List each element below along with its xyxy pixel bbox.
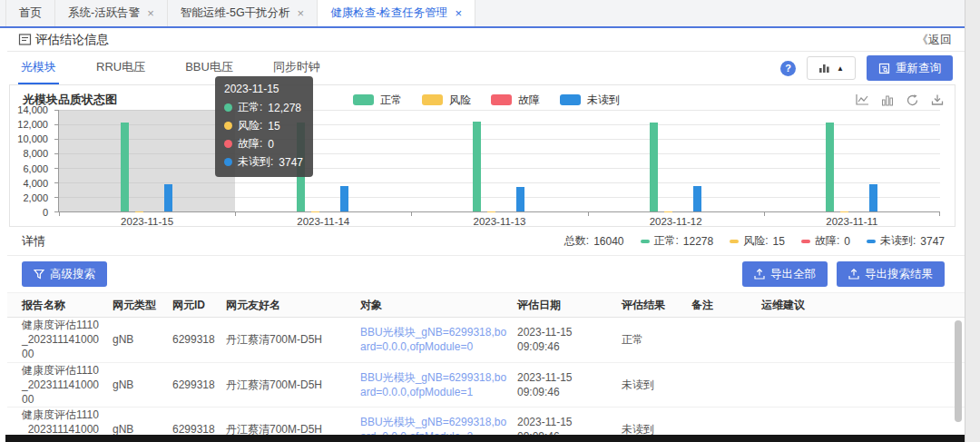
tab-home[interactable]: 首页 bbox=[5, 0, 55, 26]
bar-未读到[interactable] bbox=[340, 186, 348, 211]
stat-value: 0 bbox=[844, 235, 850, 248]
legend-item-normal[interactable]: 正常 bbox=[353, 93, 402, 108]
tooltip-value: 3747 bbox=[279, 156, 303, 169]
subtab-rru-voltage[interactable]: RRU电压 bbox=[93, 52, 148, 84]
y-tick-label: 6,000 bbox=[23, 163, 48, 174]
x-tick bbox=[59, 212, 60, 216]
tab-active-alarms[interactable]: 系统-活跃告警 × bbox=[55, 0, 168, 26]
chart-group: 2023-11-15 bbox=[59, 110, 235, 211]
cell-result: 正常 bbox=[622, 332, 691, 347]
requery-button[interactable]: 重新查询 bbox=[867, 55, 953, 81]
table-actions: 高级搜索 导出全部 导出搜索结果 bbox=[7, 256, 965, 292]
y-tick-label: 4,000 bbox=[23, 178, 48, 189]
cell-ne_id: 6299318 bbox=[172, 332, 226, 347]
bar-未读到[interactable] bbox=[164, 184, 172, 211]
subtab-label: RRU电压 bbox=[96, 59, 145, 75]
cell-ne_type: gNB bbox=[113, 332, 172, 347]
tooltip-item-fault: 故障:0 bbox=[224, 136, 303, 152]
x-tick bbox=[588, 212, 589, 216]
col-ne_id: 网元ID bbox=[172, 298, 226, 313]
page-header: 评估结论信息 《返回 bbox=[7, 28, 965, 52]
chart-tooltip: 2023-11-15 正常:12,278 风险:15 故障:0 未读到:3747 bbox=[215, 76, 313, 177]
bar-未读到[interactable] bbox=[693, 186, 701, 211]
tab-label: 系统-活跃告警 bbox=[68, 5, 140, 21]
tooltip-label: 故障: bbox=[238, 136, 262, 152]
bar-未读到[interactable] bbox=[869, 184, 877, 211]
cell-object[interactable]: BBU光模块_gNB=6299318,board=0.0.0,ofpModule… bbox=[360, 415, 517, 435]
bar-正常[interactable] bbox=[473, 122, 481, 211]
back-button[interactable]: 《返回 bbox=[916, 32, 952, 48]
export-all-button[interactable]: 导出全部 bbox=[742, 261, 828, 287]
stat-fault: 故障:0 bbox=[801, 233, 850, 249]
bar-未读到[interactable] bbox=[516, 187, 524, 211]
chart-group: 2023-11-12 bbox=[588, 110, 764, 211]
tab-label: 健康检查-检查任务管理 bbox=[330, 5, 447, 21]
stat-swatch bbox=[801, 240, 810, 243]
y-tick bbox=[54, 110, 58, 111]
export-results-button[interactable]: 导出搜索结果 bbox=[837, 261, 945, 287]
line-chart-icon[interactable] bbox=[856, 93, 869, 106]
cell-object[interactable]: BBU光模块_gNB=6299318,board=0.0.0,ofpModule… bbox=[360, 325, 517, 354]
col-ne_name: 网元友好名 bbox=[226, 298, 360, 313]
back-label: 返回 bbox=[928, 33, 952, 46]
subtab-optical-module[interactable]: 光模块 bbox=[18, 52, 59, 84]
bar-chart-icon[interactable] bbox=[881, 93, 894, 106]
stat-swatch bbox=[730, 240, 739, 243]
results-table: 报告名称网元类型网元ID网元友好名对象评估日期评估结果备注运维建议 健康度评估1… bbox=[7, 292, 965, 435]
summary-stats: 总数:16040 正常:12278 风险:15 故障:0 未读到:3747 bbox=[564, 233, 945, 249]
y-tick bbox=[54, 211, 58, 212]
requery-icon bbox=[878, 63, 890, 74]
legend-item-risk[interactable]: 风险 bbox=[422, 93, 471, 108]
tab-label: 智能运维-5G干扰分析 bbox=[181, 5, 290, 21]
cell-object[interactable]: BBU光模块_gNB=6299318,board=0.0.0,ofpModule… bbox=[360, 370, 517, 399]
legend-label: 故障 bbox=[518, 93, 540, 108]
legend-label: 风险 bbox=[449, 93, 471, 108]
tab-health-check-tasks[interactable]: 健康检查-检查任务管理 × bbox=[318, 0, 475, 26]
chart-collapse-toggle[interactable]: ▲ bbox=[807, 56, 856, 80]
tooltip-date: 2023-11-15 bbox=[224, 83, 303, 95]
stat-value: 12278 bbox=[683, 235, 713, 248]
y-tick bbox=[54, 168, 58, 169]
details-title: 详情 bbox=[22, 233, 45, 250]
table-row: 健康度评估1110_20231114100000gNB6299318丹江蔡清70… bbox=[7, 363, 965, 408]
module-tabs: 光模块 RRU电压 BBU电压 同步时钟 ? ▲ 重新查询 bbox=[7, 52, 965, 84]
y-tick bbox=[54, 124, 58, 125]
page-title: 评估结论信息 bbox=[35, 32, 109, 48]
bar-正常[interactable] bbox=[121, 123, 129, 211]
legend-swatch bbox=[491, 94, 512, 105]
x-tick bbox=[939, 212, 940, 216]
bar-正常[interactable] bbox=[650, 123, 658, 211]
export-icon bbox=[754, 269, 765, 280]
advanced-search-button[interactable]: 高级搜索 bbox=[22, 261, 107, 287]
x-tick-label: 2023-11-11 bbox=[764, 216, 940, 227]
tooltip-item-risk: 风险:15 bbox=[224, 118, 303, 133]
subtab-label: 光模块 bbox=[21, 59, 56, 75]
export-icon bbox=[848, 269, 859, 280]
export-all-label: 导出全部 bbox=[770, 267, 816, 282]
y-tick-label: 12,000 bbox=[17, 119, 48, 130]
stat-value: 16040 bbox=[593, 235, 623, 248]
cell-ne_type: gNB bbox=[113, 378, 172, 392]
close-icon[interactable]: × bbox=[147, 7, 154, 19]
table-scrollbar[interactable] bbox=[955, 320, 962, 422]
bar-正常[interactable] bbox=[826, 123, 834, 211]
col-report: 报告名称 bbox=[22, 298, 113, 313]
stat-label: 故障: bbox=[815, 233, 839, 249]
stat-label: 未读到: bbox=[880, 233, 916, 249]
chart-y-axis: 14,00012,00010,0008,0006,0004,0002,0000 bbox=[10, 110, 54, 212]
help-icon[interactable]: ? bbox=[780, 61, 796, 76]
download-icon[interactable] bbox=[931, 93, 944, 106]
cell-result: 未读到 bbox=[622, 422, 691, 435]
tab-5g-interference[interactable]: 智能运维-5G干扰分析 × bbox=[168, 0, 318, 26]
close-icon[interactable]: × bbox=[298, 7, 305, 19]
refresh-icon[interactable] bbox=[906, 93, 919, 107]
close-icon[interactable]: × bbox=[455, 7, 462, 19]
cell-report: 健康度评估1110_20231114100000 bbox=[22, 363, 113, 408]
legend-swatch bbox=[560, 94, 581, 105]
chart-group: 2023-11-11 bbox=[764, 110, 940, 211]
legend-item-fault[interactable]: 故障 bbox=[491, 93, 540, 108]
y-tick bbox=[54, 153, 58, 154]
legend-item-unread[interactable]: 未读到 bbox=[560, 93, 620, 108]
tooltip-label: 风险: bbox=[238, 118, 262, 133]
collapse-arrow-icon: ▲ bbox=[837, 64, 844, 73]
